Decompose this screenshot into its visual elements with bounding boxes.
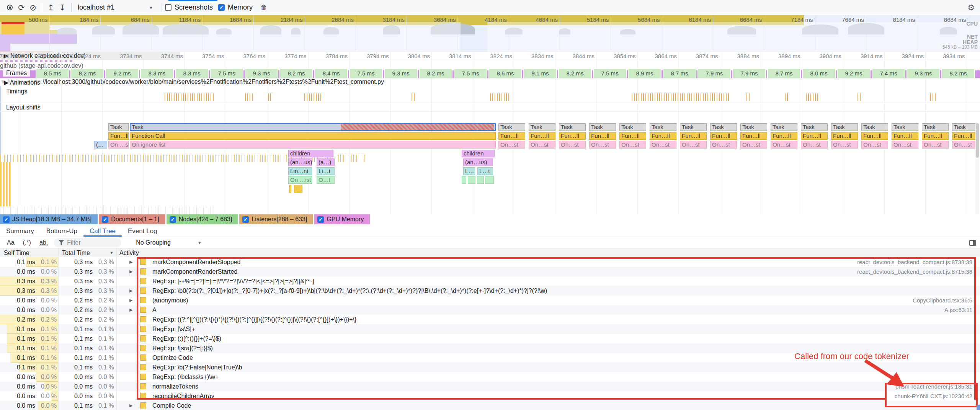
match-case-button[interactable]: Aa [5,238,17,247]
flame-task-small[interactable]: Task [740,123,767,131]
flame-function-call-small[interactable]: Fun…ll [740,132,767,140]
frame-cell[interactable]: 8.3 ms [140,69,174,78]
flame-children[interactable]: children [462,150,495,157]
flame-task-small[interactable]: Task [650,123,676,131]
col-total-time[interactable]: Total Time [62,248,90,257]
flame-function-call-small[interactable]: Fun…ll [892,132,918,140]
flame-task-small[interactable]: Task [589,123,616,131]
table-row[interactable]: 0.0 ms0.0 %0.3 ms0.3 %▶markComponentRend… [0,267,980,276]
row-expander-icon[interactable]: ▶ [129,305,132,315]
screenshots-checkbox[interactable] [165,4,172,11]
save-profile-icon[interactable]: ↧ [57,0,68,15]
column-divider[interactable] [116,248,117,410]
frame-cell[interactable]: 9.2 ms [105,69,139,78]
flame-anonymous[interactable]: (an…us) [288,158,312,166]
flame-function-call-small[interactable]: Fun…ll [831,132,858,140]
frame-cell[interactable]: 7.5 ms [210,69,243,78]
flame-block[interactable]: On…st [559,141,586,149]
table-row[interactable]: 0.1 ms0.1 %0.3 ms0.3 %▶markComponentRend… [0,257,980,267]
flame-block[interactable]: On…st [801,141,828,149]
flame-block[interactable]: On…st [892,141,918,149]
session-select[interactable]: localhost #1 ▼ [78,3,153,11]
frame-cell[interactable]: 8.2 ms [419,69,452,78]
regex-button[interactable]: (.*) [21,238,33,247]
timeline-overview[interactable]: 500 ms184 ms684 ms1184 ms1684 ms2184 ms2… [0,15,980,52]
col-activity[interactable]: Activity [119,248,139,257]
flame-block[interactable]: On…st [771,141,797,149]
show-sidebar-icon[interactable] [969,240,976,246]
source-link[interactable]: chunk-RY6NLCXT.js:10230:42 [895,391,972,401]
flame-function-call-small[interactable]: Fun…ll [771,132,797,140]
flame-children[interactable]: children [288,150,333,157]
frame-cell[interactable]: 8.2 ms [279,69,313,78]
whole-word-button[interactable]: ab. [37,238,50,247]
flame-block[interactable]: Lin…nt [288,167,312,175]
frame-cell[interactable]: 8.7 ms [767,69,801,78]
counter-toggle[interactable]: ✓Listeners[288 – 633] [239,214,313,224]
column-divider[interactable] [58,248,59,410]
flame-block[interactable]: On…st [619,141,646,149]
table-row[interactable]: 0.0 ms0.0 %0.1 ms0.1 %▶Compile Code [0,401,980,410]
frame-cell[interactable]: 8.0 ms [802,69,836,78]
flame-function-call-small[interactable]: Fun…ll [650,132,676,140]
row-expander-icon[interactable]: ▶ [129,267,132,276]
flame-block[interactable] [468,176,475,184]
flame-block[interactable]: Li…t [317,167,335,175]
flame-block[interactable]: On…st [589,141,616,149]
flame-task-small[interactable]: Task [801,123,828,131]
table-row[interactable]: 0.1 ms0.1 %0.1 ms0.1 %RegExp: (:)[^:(){}… [0,334,980,343]
table-row[interactable]: 0.3 ms0.3 %0.3 ms0.3 %RegExp: [-+%=]=?|!… [0,276,980,286]
source-link[interactable]: react_devtools_backend_compact.js:8738:3… [857,257,972,267]
tab-call-tree[interactable]: Call Tree [83,226,122,237]
row-expander-icon[interactable]: ▶ [129,257,132,267]
flame-block[interactable]: (… [94,141,107,149]
flame-task-small[interactable]: Task [680,123,707,131]
grouping-select[interactable]: No Grouping ▼ [136,239,202,246]
grid-scroll-corner[interactable] [977,405,980,410]
frame-cell[interactable]: 9.3 ms [384,69,418,78]
flame-block[interactable]: L…t [477,167,493,175]
flame-function-call-small[interactable]: Fun…ll [589,132,616,140]
reload-icon[interactable]: ⟳ [16,0,27,15]
tab-event-log[interactable]: Event Log [122,226,163,237]
flame-task-small[interactable]: Task [771,123,797,131]
flame-block[interactable]: On…st [529,141,555,149]
table-row[interactable]: 0.0 ms0.0 %0.0 ms0.0 %normalizeTokenspri… [0,382,980,391]
flame-function-call-small[interactable]: Fun…ll [922,132,949,140]
frame-cell[interactable]: 8.6 ms [488,69,522,78]
table-row[interactable]: 0.0 ms0.0 %0.2 ms0.2 %▶(anonymous)CopyCl… [0,296,980,305]
flame-function-call-small[interactable]: Fun…ll [710,132,737,140]
frame-cell[interactable]: 7.9 ms [697,69,731,78]
flame-block[interactable]: On…st [861,141,888,149]
frame-cell[interactable]: 8.4 ms [314,69,348,78]
flame-task-selected[interactable]: Task [130,123,496,131]
flame-block[interactable]: On…st [740,141,767,149]
flame-function-call-small[interactable]: Fun…ll [529,132,555,140]
flame-task-small[interactable]: Task [861,123,888,131]
animations-track-label[interactable]: ▶ Animations [1,79,43,87]
flame-block[interactable] [289,185,291,193]
tab-bottom-up[interactable]: Bottom-Up [40,226,83,237]
flame-function-call[interactable]: Function Call [130,132,496,140]
row-expander-icon[interactable]: ▶ [129,286,132,296]
flame-function-call-small[interactable]: Fun…ll [619,132,646,140]
flame-anonymous[interactable]: (an…us) [463,158,493,166]
frame-cell[interactable]: 9.1 ms [523,69,557,78]
flame-function-call-small[interactable]: Fun…ll [861,132,888,140]
flame-on-ignore-list[interactable]: On ignore list [130,141,496,149]
frame-cell[interactable]: 9.2 ms [837,69,871,78]
flame-block[interactable]: On…st [680,141,707,149]
frame-cell[interactable]: 9.3 ms [906,69,940,78]
flame-task-small[interactable]: Task [952,123,979,131]
source-link[interactable]: CopyClipboard.tsx:36:5 [913,296,972,305]
flame-anonymous[interactable]: (a…) [317,158,335,166]
counter-checkbox[interactable]: ✓ [3,216,10,223]
flame-task-small[interactable]: Task [559,123,586,131]
flame-block[interactable] [462,176,466,184]
gear-icon[interactable]: ⚙ [965,0,977,15]
flame-block[interactable]: On…st [710,141,737,149]
frame-cell[interactable]: 8.3 ms [175,69,209,78]
flame-block[interactable]: On…st [498,141,525,149]
flame-block[interactable] [485,176,494,184]
flame-task-small[interactable]: Task [498,123,525,131]
